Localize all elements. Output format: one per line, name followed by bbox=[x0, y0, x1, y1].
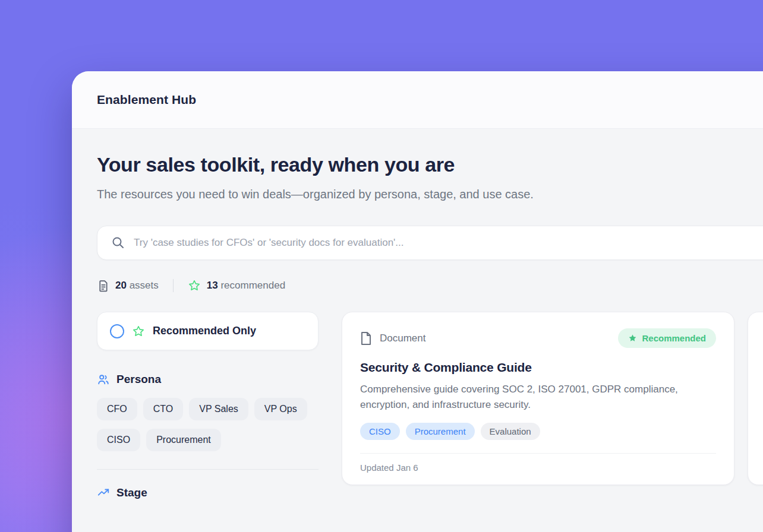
window-header: Enablement Hub bbox=[72, 71, 763, 129]
persona-section-label: Persona bbox=[116, 373, 161, 386]
search-icon bbox=[111, 236, 125, 250]
assets-stat: 20 assets bbox=[97, 280, 159, 292]
star-outline-icon bbox=[188, 279, 201, 292]
star-outline-icon bbox=[132, 325, 145, 338]
persona-chip-vp-ops[interactable]: VP Ops bbox=[254, 398, 307, 420]
persona-chip-procurement[interactable]: Procurement bbox=[146, 429, 221, 451]
recommended-label: recommended bbox=[220, 280, 285, 291]
card-tags: CISO Procurement Evaluation bbox=[360, 423, 716, 440]
radio-unchecked-icon[interactable] bbox=[110, 324, 124, 338]
tag-procurement: Procurement bbox=[406, 423, 475, 440]
card-title: Security & Compliance Guide bbox=[360, 360, 716, 375]
recommended-badge: Recommended bbox=[618, 328, 716, 348]
card-updated: Updated Jan 6 bbox=[360, 453, 716, 473]
tag-ciso: CISO bbox=[360, 423, 400, 440]
asset-card-clipped[interactable] bbox=[748, 312, 763, 485]
page-subtitle: The resources you need to win deals—orga… bbox=[97, 185, 546, 204]
assets-count: 20 bbox=[115, 280, 127, 291]
page-title: Your sales toolkit, ready when you are bbox=[97, 153, 763, 176]
desktop-background: { "window": { "app_title": "Enablement H… bbox=[0, 0, 763, 532]
recommended-badge-label: Recommended bbox=[642, 333, 706, 343]
enablement-hub-window: Enablement Hub Your sales toolkit, ready… bbox=[72, 71, 763, 532]
stats-row: 20 assets 13 recommended bbox=[97, 279, 763, 292]
asset-card-security-compliance-guide[interactable]: Document Recommended Security & Complian… bbox=[342, 312, 734, 485]
persona-chips: CFO CTO VP Sales VP Ops CISO Procurement bbox=[97, 398, 319, 451]
content-area: Recommended Only Persona CFO bbox=[97, 312, 763, 499]
persona-chip-cfo[interactable]: CFO bbox=[97, 398, 137, 420]
asset-card-grid: Document Recommended Security & Complian… bbox=[342, 312, 763, 485]
sidebar-divider bbox=[97, 469, 319, 470]
tag-evaluation: Evaluation bbox=[481, 423, 540, 440]
search-bar[interactable] bbox=[97, 226, 763, 260]
recommended-only-label: Recommended Only bbox=[153, 325, 256, 337]
persona-chip-vp-sales[interactable]: VP Sales bbox=[189, 398, 248, 420]
recommended-count: 13 bbox=[207, 280, 218, 291]
card-type-row: Document Recommended bbox=[360, 328, 716, 348]
app-title: Enablement Hub bbox=[97, 93, 196, 107]
stage-section-label: Stage bbox=[116, 486, 147, 499]
recommended-stat: 13 recommended bbox=[188, 279, 285, 292]
window-body: Your sales toolkit, ready when you are T… bbox=[72, 129, 763, 499]
persona-section-header: Persona bbox=[97, 373, 319, 386]
search-input[interactable] bbox=[134, 237, 716, 249]
card-type: Document bbox=[360, 331, 425, 346]
persona-chip-ciso[interactable]: CISO bbox=[97, 429, 140, 451]
recommended-only-toggle[interactable]: Recommended Only bbox=[97, 312, 319, 350]
file-icon bbox=[360, 331, 372, 346]
filters-sidebar: Recommended Only Persona CFO bbox=[97, 312, 319, 499]
document-text-icon bbox=[97, 280, 109, 292]
persona-chip-cto[interactable]: CTO bbox=[143, 398, 183, 420]
users-icon bbox=[97, 373, 110, 386]
stats-divider bbox=[173, 279, 174, 292]
star-filled-icon bbox=[628, 334, 637, 343]
card-type-label: Document bbox=[380, 332, 425, 344]
card-description: Comprehensive guide covering SOC 2, ISO … bbox=[360, 382, 712, 412]
assets-label: assets bbox=[130, 280, 159, 291]
trending-up-icon bbox=[97, 486, 110, 499]
stage-section-header: Stage bbox=[97, 486, 319, 499]
